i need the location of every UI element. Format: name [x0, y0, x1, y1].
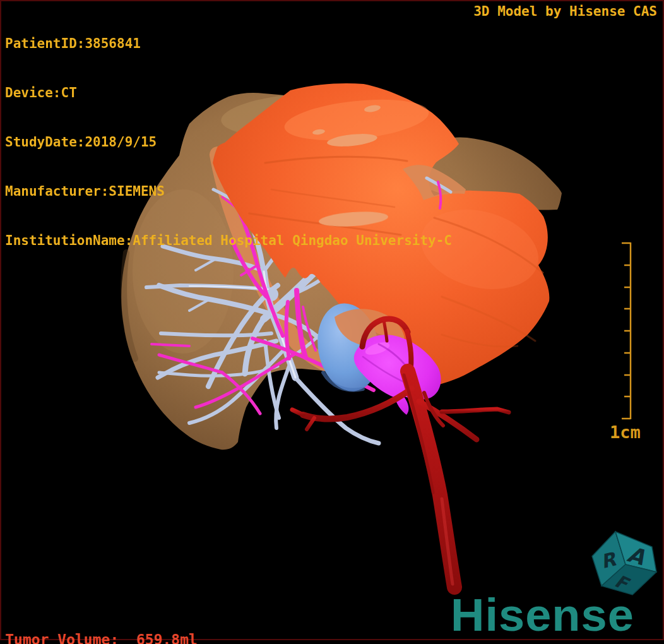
institution-line: InstitutionName:Affiliated Hospital Qing…	[5, 232, 452, 249]
scale-bar-label: 1cm	[610, 422, 641, 442]
viewer-title: 3D Model by Hisense CAS	[473, 3, 657, 20]
device-line: Device:CT	[5, 85, 452, 101]
tumor-volume-line: Tumor Volume: 659.8ml	[5, 631, 198, 644]
manufacturer-line: Manufacturer:SIEMENS	[5, 183, 452, 200]
patient-info-block: PatientID:3856841 Device:CT StudyDate:20…	[5, 3, 452, 265]
scale-bar: 1cm	[610, 242, 641, 442]
study-date-line: StudyDate:2018/9/15	[5, 134, 452, 150]
patient-id-line: PatientID:3856841	[5, 35, 452, 52]
orientation-cube[interactable]: R A F	[592, 532, 656, 595]
volume-readout: Tumor Volume: 659.8ml Liver Volume: 1552…	[5, 597, 198, 644]
hisense-logo: Hisense	[451, 593, 634, 638]
